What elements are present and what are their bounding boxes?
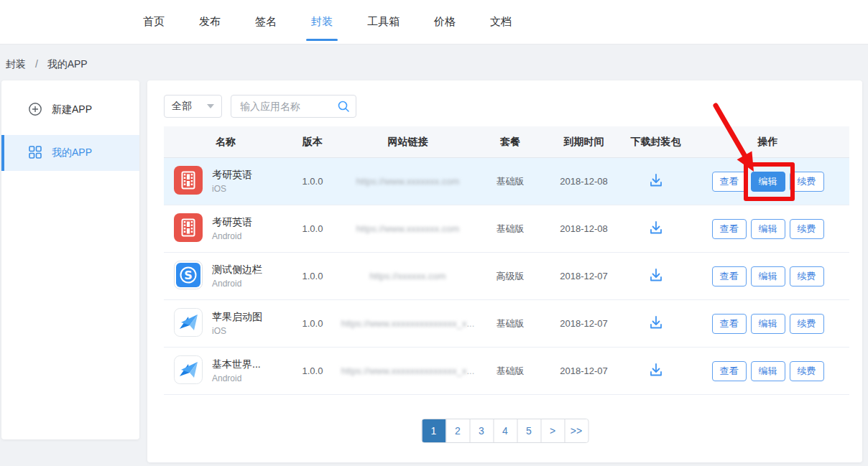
nav-tab-sign[interactable]: 签名 xyxy=(255,0,277,44)
breadcrumb: 封装 / 我的APP xyxy=(6,58,88,71)
search-icon[interactable] xyxy=(337,100,350,113)
breadcrumb-item-current: 我的APP xyxy=(47,58,88,70)
actions-cell: 查看编辑续费 xyxy=(686,314,849,334)
download-icon[interactable] xyxy=(647,361,665,381)
s-blue-app-icon: S xyxy=(174,261,203,292)
film-red-app-icon xyxy=(174,213,203,244)
name-cell: S测试侧边栏Android xyxy=(164,261,287,292)
renew-button[interactable]: 续费 xyxy=(790,266,824,286)
renew-button[interactable]: 续费 xyxy=(790,314,824,334)
bird-app-icon xyxy=(174,308,203,339)
download-icon[interactable] xyxy=(647,219,665,238)
app-link-cell: https://www.xxxxxxxxxxxxxx_x... xyxy=(338,318,478,329)
page-button-1[interactable]: 1 xyxy=(422,419,445,442)
sidebar-item-my-app[interactable]: 我的APP xyxy=(1,135,139,171)
app-platform: iOS xyxy=(212,184,252,194)
sidebar-item-label: 我的APP xyxy=(52,146,92,159)
view-button[interactable]: 查看 xyxy=(712,172,747,192)
app-version: 1.0.0 xyxy=(287,176,338,187)
download-cell xyxy=(625,314,686,333)
nav-tab-toolbox[interactable]: 工具箱 xyxy=(367,0,400,44)
app-link-blurred: https://xxxxxx.com xyxy=(369,271,445,281)
app-link-blurred: https://www.xxxxxxx.com xyxy=(356,223,460,234)
edit-button[interactable]: 编辑 xyxy=(751,266,785,286)
nav-tab-publish[interactable]: 发布 xyxy=(199,0,221,44)
app-name: 考研英语 xyxy=(212,169,252,182)
table-row: 苹果启动图iOS1.0.0https://www.xxxxxxxxxxxxxx_… xyxy=(164,300,849,348)
app-expire-date: 2018-12-08 xyxy=(542,176,625,187)
app-expire-date: 2018-12-07 xyxy=(542,318,625,329)
actions-cell: 查看编辑续费 xyxy=(686,219,849,239)
app-platform: Android xyxy=(212,279,262,289)
view-button[interactable]: 查看 xyxy=(712,266,747,286)
app-expire-date: 2018-12-07 xyxy=(542,271,625,281)
column-header: 网站链接 xyxy=(338,136,478,149)
actions-cell: 查看编辑续费 xyxy=(686,172,849,192)
nav-tab-docs[interactable]: 文档 xyxy=(490,0,512,44)
download-cell xyxy=(625,266,686,286)
table-row: 考研英语iOS1.0.0https://www.xxxxxxx.com基础版20… xyxy=(164,158,849,205)
renew-button[interactable]: 续费 xyxy=(790,361,824,381)
page-button-4[interactable]: 4 xyxy=(493,419,517,442)
breadcrumb-separator: / xyxy=(35,58,38,70)
view-button[interactable]: 查看 xyxy=(712,219,747,239)
column-header: 到期时间 xyxy=(542,136,625,149)
nav-tab-package[interactable]: 封装 xyxy=(311,0,333,44)
sidebar-item-new-app[interactable]: 新建APP xyxy=(1,89,139,131)
column-header: 操作 xyxy=(686,136,849,149)
toolbar: 全部 xyxy=(164,95,356,118)
app-expire-date: 2018-12-07 xyxy=(542,365,625,376)
page-button->>[interactable]: >> xyxy=(564,419,588,442)
app-version: 1.0.0 xyxy=(287,318,338,329)
page-button-3[interactable]: 3 xyxy=(469,419,493,442)
view-button[interactable]: 查看 xyxy=(712,314,747,334)
renew-button[interactable]: 续费 xyxy=(790,219,824,239)
app-platform: Android xyxy=(212,231,252,241)
app-expire-date: 2018-12-08 xyxy=(542,223,625,234)
download-icon[interactable] xyxy=(647,314,665,333)
filter-select-value: 全部 xyxy=(172,100,192,113)
top-nav: 首页发布签名封装工具箱价格文档 xyxy=(0,0,868,44)
page-root: 首页发布签名封装工具箱价格文档 封装 / 我的APP 新建APP我的APP 全部… xyxy=(0,0,868,466)
column-header: 版本 xyxy=(287,136,338,149)
edit-button[interactable]: 编辑 xyxy=(751,314,785,334)
sidebar: 新建APP我的APP xyxy=(1,80,139,439)
table-row: 考研英语Android1.0.0https://www.xxxxxxx.com基… xyxy=(164,205,849,253)
renew-button[interactable]: 续费 xyxy=(790,172,824,192)
app-package: 基础版 xyxy=(478,175,542,188)
pagination: 12345>>> xyxy=(421,419,588,443)
view-button[interactable]: 查看 xyxy=(712,361,747,381)
edit-button[interactable]: 编辑 xyxy=(751,219,785,239)
app-package: 高级版 xyxy=(478,270,542,283)
app-name: 测试侧边栏 xyxy=(212,264,262,276)
app-link-cell: https://www.xxxxxxx.com xyxy=(338,176,478,187)
page-button-2[interactable]: 2 xyxy=(445,419,469,442)
app-package: 基础版 xyxy=(478,223,542,236)
nav-tab-home[interactable]: 首页 xyxy=(143,0,165,44)
app-name: 考研英语 xyxy=(212,216,252,229)
edit-button[interactable]: 编辑 xyxy=(751,172,785,192)
nav-tab-price[interactable]: 价格 xyxy=(434,0,456,44)
app-name: 基本世界... xyxy=(212,358,261,371)
table-body: 考研英语iOS1.0.0https://www.xxxxxxx.com基础版20… xyxy=(164,158,849,395)
page-button-5[interactable]: 5 xyxy=(517,419,540,442)
edit-button[interactable]: 编辑 xyxy=(751,361,785,381)
app-name: 苹果启动图 xyxy=(212,311,262,324)
breadcrumb-item-package[interactable]: 封装 xyxy=(6,58,26,70)
bird-app-icon xyxy=(174,355,203,386)
search-box xyxy=(231,95,356,118)
grid-icon xyxy=(28,145,42,162)
actions-cell: 查看编辑续费 xyxy=(686,361,849,381)
download-icon[interactable] xyxy=(647,266,665,286)
app-link-blurred: https://www.xxxxxxxxxxxxxx_x xyxy=(341,318,467,329)
app-version: 1.0.0 xyxy=(287,223,338,234)
table-row: S测试侧边栏Android1.0.0https://xxxxxx.com高级版2… xyxy=(164,253,849,300)
app-link-cell: https://www.xxxxxxxxxxxxxx_x... xyxy=(338,365,478,376)
download-icon[interactable] xyxy=(647,172,665,191)
filter-select[interactable]: 全部 xyxy=(164,95,222,118)
app-link-blurred: https://www.xxxxxxxxxxxxxx_x xyxy=(341,365,467,376)
app-package: 基础版 xyxy=(478,317,542,330)
download-cell xyxy=(625,219,686,238)
app-platform: Android xyxy=(212,373,261,383)
page-button->[interactable]: > xyxy=(540,419,564,442)
